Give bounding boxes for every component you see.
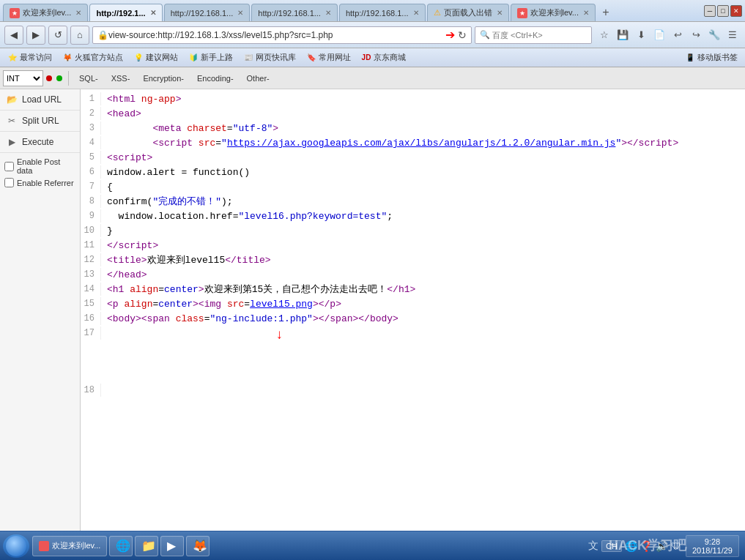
tab-4[interactable]: http://192.168.1... ✕	[251, 4, 338, 21]
tab1-close[interactable]: ✕	[75, 9, 81, 17]
page-icon[interactable]: 📄	[651, 27, 667, 43]
home-button[interactable]: ⌂	[70, 26, 89, 45]
bm-feeds[interactable]: 📰 网页快讯库	[239, 51, 300, 64]
line-num-12: 12	[81, 253, 101, 266]
tab3-close[interactable]: ✕	[237, 9, 243, 17]
refresh-button[interactable]: ↺	[48, 26, 67, 45]
bm-jd[interactable]: JD 京东商城	[357, 51, 410, 64]
address-input[interactable]	[108, 30, 442, 40]
level15-img-link[interactable]: level15.png	[250, 299, 313, 310]
search-input[interactable]	[492, 31, 587, 40]
close-button[interactable]: ✕	[730, 5, 742, 17]
tab6-close[interactable]: ✕	[497, 9, 503, 17]
bm-newbie[interactable]: 🔰 新手上路	[184, 51, 237, 64]
enable-post-checkbox[interactable]	[4, 162, 14, 171]
tab1-label: 欢迎来到lev...	[23, 7, 71, 18]
xss-menu[interactable]: XSS-	[105, 72, 136, 84]
line-num-3: 3	[81, 122, 101, 135]
enable-referrer-checkbox[interactable]	[4, 178, 14, 187]
sql-menu[interactable]: SQL-	[73, 72, 104, 84]
clock-date: 2018/11/29	[692, 546, 733, 555]
line-content-17: ↑	[107, 326, 745, 384]
source-line-3: 3 <meta charset="utf-8">	[81, 122, 745, 136]
bm-suggest[interactable]: 💡 建议网站	[129, 51, 182, 64]
tab-1[interactable]: ★ 欢迎来到lev... ✕	[3, 4, 88, 21]
bm-mobile[interactable]: 📱 移动版书签	[681, 51, 742, 64]
save-icon[interactable]: 💾	[615, 27, 631, 43]
forward2-icon[interactable]: ↪	[688, 27, 704, 43]
source-line-6: 6 window.alert = function()	[81, 165, 745, 180]
minimize-button[interactable]: ─	[704, 5, 716, 17]
tools-icon[interactable]: 🔧	[706, 27, 722, 43]
tab6-warning-icon: ⚠	[434, 8, 441, 18]
tab4-label: http://192.168.1...	[258, 9, 321, 18]
taskbar-task-firefox[interactable]: 🦊	[186, 536, 210, 556]
line-num-9: 9	[81, 209, 101, 223]
tab2-close[interactable]: ✕	[150, 9, 156, 17]
taskbar-task-ie[interactable]: 🌐	[109, 536, 133, 556]
new-tab-button[interactable]: +	[597, 4, 615, 21]
other-menu[interactable]: Other-	[241, 72, 275, 84]
firefox-icon: 🦊	[193, 539, 207, 553]
reload-icon[interactable]: ↻	[458, 29, 467, 41]
bm-jd-label: 京东商城	[374, 52, 406, 63]
nav-icons: ☆ 💾 ⬇ 📄 ↩ ↪ 🔧 ☰	[596, 27, 741, 43]
int-select[interactable]: INT	[3, 70, 43, 86]
tab7-label: 欢迎来到lev...	[530, 7, 579, 18]
taskbar: 欢迎来到lev... 🌐 📁 ▶ 🦊 HACK学习吧 文 CH 🌐 ❓ 🔊 �	[0, 531, 745, 560]
ime-icon: 文	[588, 540, 598, 553]
red-dot	[46, 75, 52, 81]
back2-icon[interactable]: ↩	[670, 27, 686, 43]
download-icon[interactable]: ⬇	[633, 27, 649, 43]
tab7-favicon: ★	[517, 8, 527, 18]
nav-bar: ◀ ▶ ↺ ⌂ 🔒 ➔ ↻ 🔍 ☆ 💾 ⬇ 📄 ↩ ↪ 🔧 ☰	[0, 22, 745, 48]
encoding-menu[interactable]: Encoding-	[191, 72, 240, 84]
tab5-close[interactable]: ✕	[413, 9, 419, 17]
bm-firefox[interactable]: 🦊 火狐官方站点	[58, 51, 127, 64]
line-num-17: 17	[81, 326, 101, 340]
split-url-item[interactable]: ✂ Split URL	[0, 111, 80, 132]
source-line-17: 17 ↑	[81, 326, 745, 384]
bm-most-visited-label: 最常访问	[20, 52, 52, 63]
line-num-2: 2	[81, 107, 101, 120]
split-url-label: Split URL	[22, 116, 59, 126]
tab-7[interactable]: ★ 欢迎来到lev... ✕	[511, 4, 596, 21]
menu-icon[interactable]: ☰	[724, 27, 741, 43]
tab7-close[interactable]: ✕	[583, 9, 589, 17]
tab-5[interactable]: http://192.168.1... ✕	[339, 4, 426, 21]
task-favicon	[39, 541, 49, 551]
bm-most-visited[interactable]: ⭐ 最常访问	[3, 51, 56, 64]
taskbar-task-browser[interactable]: 欢迎来到lev...	[32, 536, 107, 556]
line-num-10: 10	[81, 224, 101, 237]
tab1-favicon: ★	[10, 8, 20, 18]
post-data-area: Enable Post data Enable Referrer	[0, 153, 80, 192]
bm-most-visited-icon: ⭐	[7, 53, 18, 63]
tab-6[interactable]: ⚠ 页面载入出错 ✕	[427, 4, 509, 21]
bookmarks-star-icon[interactable]: ☆	[596, 27, 612, 43]
source-line-7: 7 {	[81, 180, 745, 195]
taskbar-task-folder[interactable]: 📁	[135, 536, 158, 556]
tab-2[interactable]: http://192.1... ✕	[89, 4, 162, 21]
back-button[interactable]: ◀	[4, 26, 23, 45]
line-content-14: <h1 align=center>欢迎来到第15关，自己想个办法走出去吧！</h…	[107, 283, 745, 297]
execute-item[interactable]: ▶ Execute	[0, 132, 80, 153]
maximize-button[interactable]: □	[717, 5, 729, 17]
bm-common[interactable]: 🔖 常用网址	[302, 51, 355, 64]
start-orb	[6, 536, 26, 556]
taskbar-task-media[interactable]: ▶	[160, 536, 184, 556]
line-content-15: <p align=center><img src=level15.png></p…	[107, 297, 745, 312]
angular-link[interactable]: https://ajax.googleapis.com/ajax/libs/an…	[227, 138, 616, 149]
forward-button[interactable]: ▶	[26, 26, 45, 45]
tab-3[interactable]: http://192.168.1... ✕	[164, 4, 251, 21]
clock-area[interactable]: 9:28 2018/11/29	[686, 535, 739, 557]
encryption-menu[interactable]: Encryption-	[137, 72, 190, 84]
load-url-item[interactable]: 📂 Load URL	[0, 89, 80, 111]
bm-suggest-icon: 💡	[133, 53, 144, 63]
source-line-15: 15 <p align=center><img src=level15.png>…	[81, 297, 745, 312]
tab4-close[interactable]: ✕	[325, 9, 331, 17]
task-label: 欢迎来到lev...	[52, 540, 100, 551]
bm-newbie-label: 新手上路	[201, 52, 233, 63]
title-bar: ★ 欢迎来到lev... ✕ http://192.1... ✕ http://…	[0, 0, 745, 22]
start-button[interactable]	[3, 534, 29, 558]
line-num-13: 13	[81, 268, 101, 281]
